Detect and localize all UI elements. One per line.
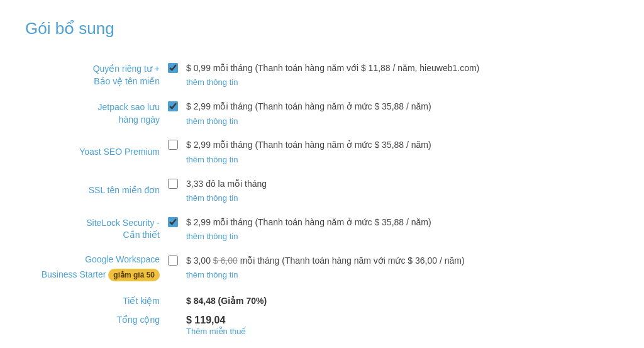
checkbox-google[interactable] <box>168 255 178 266</box>
addon-label-privacy: Quyền riêng tư +Bảo vệ tên miền <box>25 56 164 94</box>
addon-row-ssl: SSL tên miền đơn 3,33 đô la mỗi tháng th… <box>25 172 619 210</box>
addon-row-jetpack: Jetpack sao lưuhàng ngày $ 2,99 mỗi thán… <box>25 94 619 133</box>
addon-info-google: $ 3,00 $ 6,00 mỗi tháng (Thanh toán hàng… <box>182 249 619 287</box>
addon-check-yoast[interactable] <box>164 133 182 171</box>
savings-row: Tiết kiệm $ 84,48 (Giảm 70%) <box>25 287 619 311</box>
addon-check-ssl[interactable] <box>164 172 182 210</box>
addon-desc-ssl: 3,33 đô la mỗi tháng <box>186 177 615 191</box>
page-title: Gói bổ sung <box>25 19 619 38</box>
addon-row-yoast: Yoast SEO Premium $ 2,99 mỗi tháng (Than… <box>25 133 619 171</box>
savings-label: Tiết kiệm <box>25 287 164 311</box>
addon-label-sitelock: SiteLock Security -Cần thiết <box>25 210 164 249</box>
addon-desc-yoast: $ 2,99 mỗi tháng (Thanh toán hàng năm ở … <box>186 138 615 152</box>
addon-desc-google: $ 3,00 $ 6,00 mỗi tháng (Thanh toán hàng… <box>186 254 615 267</box>
addon-label-yoast: Yoast SEO Premium <box>25 133 164 171</box>
addon-check-jetpack[interactable] <box>164 94 182 133</box>
total-amount: $ 119,04 <box>186 315 615 326</box>
addon-info-privacy: $ 0,99 mỗi tháng (Thanh toán hàng năm vớ… <box>182 56 619 94</box>
addon-check-privacy[interactable] <box>164 56 182 94</box>
addon-label-google: Google WorkspaceBusiness Starter giảm gi… <box>25 249 164 287</box>
addon-more-sitelock[interactable]: thêm thông tin <box>186 232 238 241</box>
checkbox-ssl[interactable] <box>168 179 178 189</box>
discount-badge: giảm giá 50 <box>108 269 160 282</box>
addon-desc-jetpack: $ 2,99 mỗi tháng (Thanh toán hàng năm ở … <box>186 99 615 113</box>
savings-value: $ 84,48 (Giảm 70%) <box>182 287 619 311</box>
addon-row-sitelock: SiteLock Security -Cần thiết $ 2,99 mỗi … <box>25 210 619 249</box>
checkbox-jetpack[interactable] <box>168 101 178 111</box>
addon-row-privacy: Quyền riêng tư +Bảo vệ tên miền $ 0,99 m… <box>25 56 619 94</box>
addon-more-yoast[interactable]: thêm thông tin <box>186 155 238 164</box>
checkbox-sitelock[interactable] <box>168 217 178 227</box>
total-label: Tổng cộng <box>25 311 164 341</box>
addon-check-google[interactable] <box>164 249 182 287</box>
original-price: $ 6,00 <box>213 255 238 266</box>
tax-link[interactable]: Thêm miễn thuế <box>186 327 246 336</box>
addon-info-jetpack: $ 2,99 mỗi tháng (Thanh toán hàng năm ở … <box>182 94 619 133</box>
total-row: Tổng cộng $ 119,04 Thêm miễn thuế <box>25 311 619 341</box>
addon-label-ssl: SSL tên miền đơn <box>25 172 164 210</box>
addon-more-google[interactable]: thêm thông tin <box>186 270 238 279</box>
addon-more-privacy[interactable]: thêm thông tin <box>186 77 238 87</box>
addon-label-jetpack: Jetpack sao lưuhàng ngày <box>25 94 164 133</box>
addon-info-sitelock: $ 2,99 mỗi tháng (Thanh toán hàng năm ở … <box>182 210 619 249</box>
addon-more-ssl[interactable]: thêm thông tin <box>186 193 238 203</box>
addon-row-google: Google WorkspaceBusiness Starter giảm gi… <box>25 249 619 287</box>
addon-more-jetpack[interactable]: thêm thông tin <box>186 116 238 126</box>
addon-info-yoast: $ 2,99 mỗi tháng (Thanh toán hàng năm ở … <box>182 133 619 171</box>
checkbox-privacy[interactable] <box>168 63 178 73</box>
addon-desc-privacy: $ 0,99 mỗi tháng (Thanh toán hàng năm vớ… <box>186 61 615 75</box>
total-value-cell: $ 119,04 Thêm miễn thuế <box>182 311 619 341</box>
addon-desc-sitelock: $ 2,99 mỗi tháng (Thanh toán hàng năm ở … <box>186 215 615 229</box>
addon-info-ssl: 3,33 đô la mỗi tháng thêm thông tin <box>182 172 619 210</box>
addon-table: Quyền riêng tư +Bảo vệ tên miền $ 0,99 m… <box>25 56 619 341</box>
checkbox-yoast[interactable] <box>168 140 178 150</box>
addon-check-sitelock[interactable] <box>164 210 182 249</box>
